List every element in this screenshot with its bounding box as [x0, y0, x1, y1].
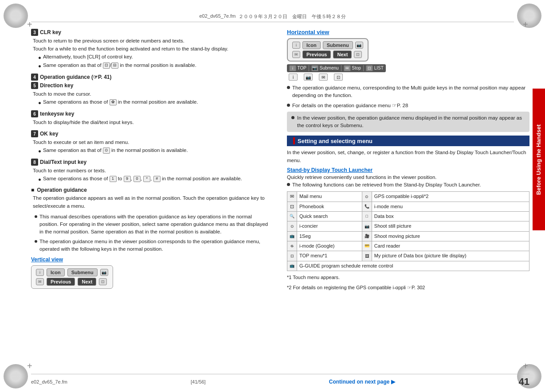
section-body-3: Touch to return to the previous screen o…: [31, 37, 271, 70]
op-guidance-section: Operation guidance The operation guidanc…: [31, 187, 271, 253]
standby-body: Quickly retrieve conveniently used funct…: [287, 175, 529, 180]
vd-btn-submenu: Submenu: [67, 268, 98, 276]
bottom-bar: e02_dv65_7e.fm [41/56] Continued on next…: [31, 374, 529, 388]
status-bar-row: i TOP 📷 Submenu ✉ Stop ⊡ LIST: [287, 64, 529, 72]
table-icon-imode: 📞: [362, 202, 372, 211]
section-title-7: OK key: [40, 131, 58, 137]
table-label-mypic: My picture of Data box (picture tile dis…: [372, 251, 529, 261]
table-row: G i-mode (Google) 💳 Card reader: [287, 241, 529, 251]
hd-btn-submenu: Submenu: [323, 41, 353, 49]
corner-decoration-tl: [4, 4, 28, 28]
table-label-moving: Shoot moving picture: [372, 231, 529, 241]
si-icon-camera: 📷: [304, 74, 313, 81]
left-column: 3 CLR key Touch to return to the previou…: [31, 24, 280, 370]
table-label-phonebook: Phonebook: [297, 202, 362, 211]
setting-menu-body: In the viewer position, set, change, or …: [287, 149, 529, 165]
table-label-gps: GPS compatible i-αppli*2: [372, 192, 529, 202]
hd-btn-next: Next: [333, 50, 352, 58]
op-bullet-2: The operation guidance menu in the viewe…: [35, 238, 271, 253]
section-op-guidance-ref: 4 Operation guidance (☞P. 41): [31, 74, 271, 81]
section-body-8: Touch to enter numbers or texts. ● Same …: [31, 167, 271, 183]
table-label-imode: i-mode menu: [372, 202, 529, 211]
table-icon-gps: ⊙: [362, 192, 372, 202]
table-icon-phonebook: ⊡: [287, 202, 297, 211]
setting-menu-bar: Setting and selecting menu: [287, 136, 529, 146]
hd-btn-previous: Previous: [302, 50, 331, 58]
table-icon-card: 💳: [362, 241, 372, 251]
table-icon-concier: ⊙: [287, 221, 297, 231]
section-title-3: CLR key: [40, 29, 61, 35]
table-label-still: Shoot still picture: [372, 221, 529, 231]
section-num-6: 6: [31, 110, 38, 117]
table-icon-1seg: 📺: [287, 231, 297, 241]
table-label-mail: Mail menu: [297, 192, 362, 202]
vertical-view-section: Vertical view i Icon Submenu 📷 ✉ Previou…: [31, 256, 271, 293]
touch-launcher-table: ✉ Mail menu ⊙ GPS compatible i-αppli*2 ⊡…: [287, 191, 529, 271]
continued-arrow: ▶: [391, 379, 395, 385]
bullet-8-1: ● Same operations as those of 1 to 9, 0,…: [38, 175, 271, 183]
section-ok-key: 7 OK key Touch to execute or set an item…: [31, 130, 271, 155]
table-label-databox: Data box: [372, 211, 529, 221]
section-num-3: 3: [31, 29, 38, 36]
si-icon-mail: ✉: [319, 74, 328, 81]
side-tab: Before Using the Handset: [533, 89, 545, 230]
vd-icon-mail: ✉: [36, 278, 44, 285]
standby-bullet: The following functions can be retrieved…: [287, 181, 529, 189]
table-icon-still: 📷: [362, 221, 372, 231]
vd-btn-previous: Previous: [47, 278, 75, 286]
continued-text: Continued on next page ▶: [329, 379, 396, 385]
status-item-list: ⊡ LIST: [366, 65, 384, 71]
table-row: ⊡ Phonebook 📞 i-mode menu: [287, 202, 529, 211]
section-body-7: Touch to execute or set an item and menu…: [31, 139, 271, 155]
table-icon-guide: 📺: [287, 261, 297, 271]
bottom-file: e02_dv65_7e.fm: [31, 379, 67, 384]
hd-icon-i: i: [292, 42, 300, 49]
hd-btn-icon: Icon: [302, 41, 321, 49]
section-title-8: Dial/Text input key: [40, 159, 86, 165]
vertical-view-label: Vertical view: [31, 256, 271, 263]
section-title-4: Operation guidance (☞P. 41): [40, 74, 111, 80]
table-label-1seg: 1Seg: [297, 231, 362, 241]
footnote-1: *1 Touch menu appears.: [287, 274, 529, 281]
table-label-topmenu: TOP menu*1: [297, 251, 362, 261]
table-label-google: i-mode (Google): [297, 241, 362, 251]
table-row: ⊙ i-concier 📷 Shoot still picture: [287, 221, 529, 231]
setting-menu-section: Setting and selecting menu In the viewer…: [287, 136, 529, 291]
hd-icon-box: ⊡: [354, 51, 362, 58]
h-note-2: For details on the operation guidance me…: [287, 102, 529, 109]
table-label-search: Quick search: [297, 211, 362, 221]
si-icon-i: i: [289, 74, 298, 81]
section-num-5: 5: [31, 82, 38, 89]
table-icon-topmenu: ⊡: [287, 251, 297, 261]
right-column: Horizontal view i Icon Submenu 📷 ✉ Previ…: [280, 24, 529, 370]
top-meta-text: e02_dv65_7e.fm: [199, 13, 235, 20]
grey-note: In the viewer position, the operation gu…: [287, 112, 529, 132]
horizontal-view-label: Horizontal view: [287, 29, 529, 35]
section-direction-key: 5 Direction key Touch to move the cursor…: [31, 82, 271, 107]
main-content: 3 CLR key Touch to return to the previou…: [31, 24, 529, 370]
table-row: ✉ Mail menu ⊙ GPS compatible i-αppli*2: [287, 192, 529, 202]
section-title-5: Direction key: [40, 82, 73, 89]
status-item-top: i TOP: [289, 65, 309, 71]
section-body-5: Touch to move the cursor. ● Same operati…: [31, 90, 271, 107]
h-note-1: The operation guidance menu, correspondi…: [287, 84, 529, 100]
section-num-4: 4: [31, 74, 38, 81]
table-icon-search: 🔍: [287, 211, 297, 221]
vd-icon-camera: 📷: [100, 269, 108, 276]
side-tab-text: Before Using the Handset: [535, 124, 543, 195]
op-guidance-title: Operation guidance: [31, 187, 271, 193]
bottom-page-ref: [41/56]: [191, 379, 206, 384]
table-label-concier: i-concier: [297, 221, 362, 231]
horizontal-view-section: Horizontal view i Icon Submenu 📷 ✉ Previ…: [287, 29, 529, 132]
table-icon-mail: ✉: [287, 192, 297, 202]
op-guidance-body: The operation guidance appears as well a…: [31, 194, 271, 210]
bullet-5-1: ● Same operations as those of ✿ in the n…: [38, 98, 271, 107]
status-item-stop: ✉ Stop: [344, 65, 364, 71]
bullet-7-1: ● Same operation as that of ⊙ in the nor…: [38, 147, 271, 155]
section-dial-text-key: 8 Dial/Text input key Touch to enter num…: [31, 159, 271, 183]
section-tenkeysw-key: 6 tenkeysw key Touch to display/hide the…: [31, 110, 271, 127]
vd-icon-box: ⊡: [99, 278, 107, 285]
hd-icon-mail: ✉: [292, 51, 300, 58]
section-title-6: tenkeysw key: [40, 111, 74, 117]
status-item-submenu: 📷 Submenu: [311, 65, 341, 71]
